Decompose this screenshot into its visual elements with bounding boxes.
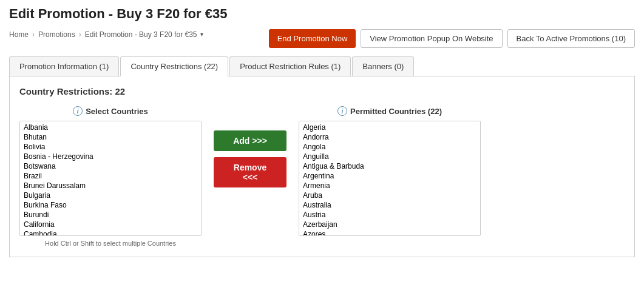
breadcrumb: Home › Promotions › Edit Promotion - Buy… bbox=[9, 30, 203, 39]
select-hint: Hold Ctrl or Shift to select multiple Co… bbox=[45, 240, 176, 247]
transfer-buttons: Add >>> Remove <<< bbox=[202, 130, 299, 187]
page-title: Edit Promotion - Buy 3 F20 for €35 bbox=[9, 6, 635, 22]
breadcrumb-promotions[interactable]: Promotions bbox=[38, 30, 75, 39]
permitted-countries-label: Permitted Countries (22) bbox=[350, 107, 442, 116]
breadcrumb-home[interactable]: Home bbox=[9, 30, 29, 39]
add-button[interactable]: Add >>> bbox=[214, 130, 286, 151]
permitted-countries-list[interactable]: Algeria Andorra Angola Anguilla Antigua … bbox=[299, 121, 481, 236]
remove-button[interactable]: Remove <<< bbox=[214, 157, 286, 187]
tab-country-restrictions[interactable]: Country Restrictions (22) bbox=[120, 56, 228, 76]
breadcrumb-dropdown-icon[interactable]: ▾ bbox=[200, 31, 203, 38]
select-countries-list[interactable]: Albania Bhutan Bolivia Bosnia - Herzegov… bbox=[19, 121, 202, 236]
tab-product-restriction-rules[interactable]: Product Restriction Rules (1) bbox=[229, 56, 351, 76]
tab-promotion-information[interactable]: Promotion Information (1) bbox=[9, 56, 119, 76]
select-countries-label: Select Countries bbox=[86, 107, 148, 116]
view-popup-button[interactable]: View Promotion Popup On Website bbox=[361, 29, 502, 48]
back-active-promotions-button[interactable]: Back To Active Promotions (10) bbox=[507, 29, 635, 48]
end-promotion-button[interactable]: End Promotion Now bbox=[269, 29, 356, 48]
section-title: Country Restrictions: 22 bbox=[19, 86, 625, 96]
breadcrumb-current: Edit Promotion - Buy 3 F20 for €35 bbox=[85, 30, 197, 39]
permitted-countries-panel: i Permitted Countries (22) Algeria Andor… bbox=[299, 106, 481, 236]
tab-banners[interactable]: Banners (0) bbox=[352, 56, 414, 76]
select-countries-panel: i Select Countries Albania Bhutan Bolivi… bbox=[19, 106, 202, 247]
permitted-countries-info-icon: i bbox=[337, 106, 347, 116]
tab-bar: Promotion Information (1) Country Restri… bbox=[9, 56, 635, 76]
select-countries-info-icon: i bbox=[73, 106, 83, 116]
